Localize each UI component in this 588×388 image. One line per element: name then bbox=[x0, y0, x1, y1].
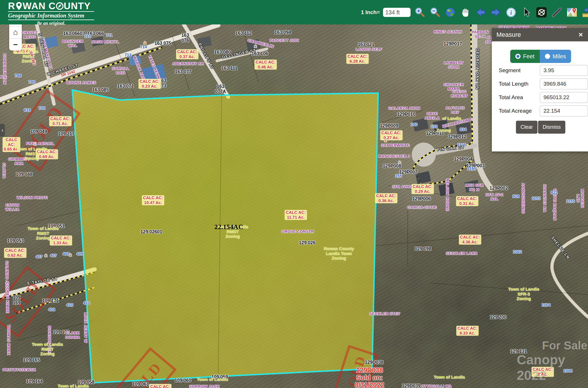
unit-feet-label: Feet bbox=[523, 53, 535, 60]
compass-slash-icon bbox=[536, 7, 547, 18]
map-label-owner-name: SATTERWHITE bbox=[381, 143, 410, 148]
map-label-owner-name: SECHLER LARR bbox=[446, 251, 477, 256]
map-label-house-number: 786 bbox=[15, 74, 21, 78]
map-label-owner-name: PADGETT JUDI bbox=[270, 39, 299, 43]
map-label-zoning: Town of Landis SFR-3 Zoning bbox=[508, 287, 539, 301]
watermark-line1: For Sale bbox=[542, 339, 587, 352]
map-label-parcel-id: 109 171 bbox=[42, 298, 59, 304]
cursor-arrow-icon bbox=[521, 7, 532, 18]
measure-row-total-area: Total Area bbox=[499, 91, 588, 103]
sidebar-collapse-tab[interactable]: ‹ bbox=[0, 124, 5, 137]
map-label-house-number: 409 bbox=[63, 252, 69, 256]
close-icon[interactable]: ✕ bbox=[577, 31, 585, 39]
map-label-house-number: 1195 bbox=[467, 167, 476, 171]
map-label-parcel-id: 129 02601 bbox=[140, 229, 162, 235]
map-label-zoning: Town of Landis RMST Zoning bbox=[32, 342, 63, 356]
map-label-owner-name: PRZYBYSZEWSK bbox=[3, 368, 36, 372]
map-label-house-number: 130 bbox=[431, 124, 437, 129]
measure-panel: Measure ✕ Feet Miles Segment Total Lengt… bbox=[492, 28, 588, 151]
total-length-value-field[interactable] bbox=[540, 78, 588, 89]
map-label-house-number: 834 bbox=[460, 127, 466, 132]
map-label-house-number: 826 bbox=[512, 194, 519, 199]
google-maps-tool-button[interactable] bbox=[566, 6, 578, 18]
full-extent-tool-button[interactable] bbox=[444, 6, 456, 18]
map-label-calc-acreage: CALC AC: 8.33 Ac. bbox=[456, 326, 479, 336]
home-extent-button[interactable]: ⌂ bbox=[9, 26, 22, 39]
zoom-in-tool-button[interactable] bbox=[414, 6, 426, 18]
pan-tool-button[interactable] bbox=[459, 6, 471, 18]
segment-value-field[interactable] bbox=[540, 65, 588, 76]
dismiss-button[interactable]: Dismiss bbox=[538, 121, 565, 134]
map-label-zoning: Town of Landis RMST Zoning bbox=[16, 147, 47, 161]
map-label-owner-name: LANDIS SELF bbox=[356, 47, 382, 52]
clear-button[interactable]: Clear bbox=[516, 121, 537, 134]
map-label-zoning: Zoning bbox=[436, 128, 451, 133]
map-label-calc-acreage: CALC AC: 0.31 Ac. bbox=[456, 196, 478, 206]
map-label-house-number: 408 bbox=[48, 308, 55, 312]
unit-toggle: Feet Miles bbox=[492, 50, 588, 63]
map-label-house-number: 710 bbox=[84, 34, 91, 39]
identify-tool-button[interactable]: i bbox=[505, 6, 517, 18]
map-label-calc-acreage: CALC AC: 6.28 Ac. bbox=[346, 54, 369, 64]
map-label-house-number: 700 bbox=[38, 106, 45, 110]
map-label-calc-acreage: CALC AC: 0.23 Ac. bbox=[138, 79, 161, 89]
map-label-parcel-id: 129P009 bbox=[380, 123, 398, 128]
select-tool-button[interactable] bbox=[520, 6, 532, 18]
miles-radio-icon bbox=[545, 54, 550, 59]
map-label-owner-name: DRYE AKEILA bbox=[425, 112, 440, 120]
map-label-parcel-id: 129P017 bbox=[444, 41, 462, 47]
map-label-parcel-id: 163 094 bbox=[274, 30, 291, 35]
logo-text-r: R bbox=[8, 1, 15, 11]
scale-ruler-tool-button[interactable] bbox=[581, 6, 588, 18]
map-label-owner-name: BASINGER WAL bbox=[62, 39, 83, 48]
map-label-house-number: 822 bbox=[551, 191, 557, 195]
logo-tagline: Be an original. bbox=[8, 21, 94, 26]
compass-identify-tool-button[interactable] bbox=[535, 6, 548, 18]
map-label-owner-name: FRYE ABIGAIL bbox=[26, 142, 54, 146]
total-area-value-field[interactable] bbox=[540, 92, 588, 103]
total-area-label: Total Area bbox=[499, 94, 540, 101]
map-label-parcel-id: 109 060 bbox=[175, 378, 191, 383]
ruler-arrow-icon bbox=[581, 7, 588, 18]
map-label-calc-acreage: CALC AC: 0.46 Ac. bbox=[254, 59, 277, 70]
forward-tool-button[interactable] bbox=[490, 6, 502, 18]
scale-input[interactable] bbox=[383, 8, 411, 17]
home-poi-icon: ⌂ bbox=[254, 43, 257, 49]
map-label-zoning: of Landis bbox=[442, 116, 461, 121]
map-label-owner-name: OTTOGALLI MA bbox=[421, 384, 452, 388]
map-label-house-number: 780 bbox=[28, 80, 35, 84]
map-label-calc-acreage: CALC AC: 0.36 Ac. bbox=[375, 193, 397, 203]
road-pin-oak-cul-de-sac bbox=[412, 143, 436, 167]
map-label-calc-acreage: CALC AC: 0.29 Ac. bbox=[411, 184, 434, 194]
map-label-owner-name: SPRUILL DAVI bbox=[112, 67, 129, 75]
map-label-parcel-id: 109 217 bbox=[58, 131, 75, 137]
map-label-owner-name: LUCK JERRY W bbox=[84, 312, 88, 343]
map-label-parcel-id: 163 075 bbox=[154, 41, 171, 46]
map-label-parcel-id: 163 085 bbox=[92, 87, 109, 93]
total-acreage-value-field[interactable] bbox=[540, 105, 588, 116]
zoom-out-magnifier-icon bbox=[429, 7, 441, 18]
map-label-parcel-id: 129 198 bbox=[415, 246, 431, 251]
zoom-out-button[interactable]: − bbox=[9, 39, 22, 51]
map-label-owner-name: GROVE CONSTR bbox=[281, 230, 314, 234]
map-label-parcel-id: 129 200 bbox=[490, 315, 506, 320]
map-label-parcel-id: 163 071 bbox=[117, 84, 134, 89]
measure-row-total-acreage: Total Acreage bbox=[499, 105, 588, 117]
map-label-calc-acreage: CALC AC: 0.37 Ac. bbox=[176, 49, 198, 59]
draw-line-tool-button[interactable] bbox=[551, 6, 563, 18]
map-label-parcel-id: 163 111 bbox=[221, 66, 237, 71]
map-label-parcel-id: 129P012 bbox=[448, 134, 466, 139]
measure-panel-header: Measure ✕ bbox=[492, 28, 588, 41]
zoom-out-tool-button[interactable] bbox=[429, 6, 441, 18]
unit-miles-option[interactable]: Miles bbox=[540, 50, 571, 63]
back-tool-button[interactable] bbox=[475, 6, 487, 18]
map-label-house-number: 412 bbox=[83, 301, 90, 305]
logo-divider-bottom bbox=[8, 20, 94, 20]
measure-panel-title: Measure bbox=[496, 31, 521, 39]
unit-feet-option[interactable]: Feet bbox=[510, 50, 540, 63]
measure-row-segment: Segment bbox=[499, 64, 588, 76]
map-label-owner-name: HINES JEANIN bbox=[434, 30, 462, 34]
map-label-parcel-id: 129D038 bbox=[365, 360, 384, 365]
map-label-calc-acreage: CALC AC: bbox=[149, 384, 171, 388]
line-tool-icon bbox=[551, 7, 562, 18]
